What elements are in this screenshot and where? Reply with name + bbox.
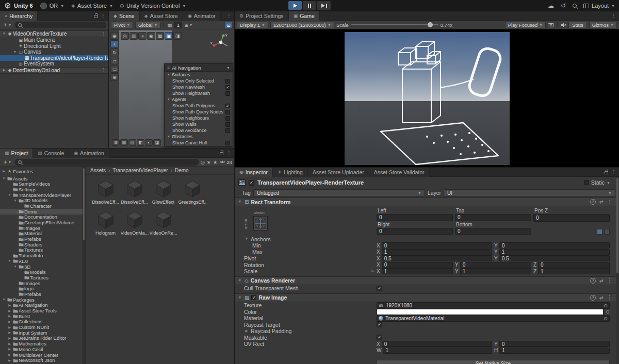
search-icon[interactable] xyxy=(573,4,577,8)
number-input[interactable]: 0 xyxy=(377,228,453,235)
kebab-menu-icon[interactable]: ⋮ xyxy=(611,13,616,19)
project-tree-item[interactable]: ▼v1.0 xyxy=(0,258,85,264)
foldout-arrow-icon[interactable]: ▶ xyxy=(2,170,6,173)
axis-toggle-icon[interactable]: ⊞ xyxy=(112,139,120,146)
nav-menu-item[interactable]: Show Path Query Nodes xyxy=(165,109,233,115)
foldout-arrow-icon[interactable]: ▼ xyxy=(13,265,18,268)
project-tree-item[interactable]: ▶Multiplayer Center xyxy=(0,352,85,358)
cloud-icon[interactable]: ☁ xyxy=(548,3,554,9)
breadcrumb-item[interactable]: Demo xyxy=(175,168,189,173)
pause-button[interactable] xyxy=(303,1,316,10)
number-input[interactable]: 0 xyxy=(499,341,610,347)
hidden-packages-button[interactable]: 24 xyxy=(219,159,232,165)
nav-menu-item[interactable]: Show Neighbours xyxy=(165,115,233,121)
number-input[interactable]: 0 xyxy=(533,214,610,222)
help-icon[interactable]: ? xyxy=(590,278,596,284)
checkbox[interactable]: ✓ xyxy=(225,85,230,90)
nav-menu-item[interactable]: Show HeightMesh xyxy=(165,90,233,96)
project-tree-item[interactable]: ▶Mathematics xyxy=(0,341,85,346)
handle-orientation-dropdown[interactable]: Global▼ xyxy=(135,22,160,28)
wireframe-mode-icon[interactable]: ▤ xyxy=(128,139,136,146)
constrain-proportions-icon[interactable]: ∞ xyxy=(371,269,374,274)
snap-toggle-icon[interactable]: ▣ xyxy=(165,32,173,40)
kebab-menu-icon[interactable]: ⋮ xyxy=(226,13,232,19)
asset-item[interactable]: VideoOnRe... xyxy=(149,209,177,236)
foldout-arrow-icon[interactable]: ▶ xyxy=(7,337,12,340)
foldout-arrow-icon[interactable]: ▼ xyxy=(2,298,6,301)
asset-item[interactable]: DissolveEff... xyxy=(120,178,149,205)
project-tree-item[interactable]: Shaders xyxy=(0,242,85,247)
nav-menu-item[interactable]: Show Avoidance xyxy=(165,127,233,134)
foldout-arrow-icon[interactable]: ▶ xyxy=(7,326,12,329)
kebab-menu-icon[interactable]: ⋮ xyxy=(611,170,616,175)
anchors-foldout-row[interactable]: ▼ Anchors xyxy=(235,236,619,242)
project-tree-item[interactable]: ▼Assets xyxy=(0,176,85,181)
number-input[interactable]: 1 xyxy=(499,348,610,354)
move-tool-icon[interactable]: + xyxy=(110,40,119,48)
checkbox[interactable] xyxy=(225,110,230,114)
breadcrumb-item[interactable]: Assets xyxy=(90,168,106,173)
checkbox[interactable] xyxy=(225,116,230,121)
camera-overlay-icon[interactable]: ◨ xyxy=(173,32,182,40)
foldout-arrow-icon[interactable]: ▼ xyxy=(237,200,242,204)
number-input[interactable]: 0 xyxy=(538,262,610,268)
kebab-menu-icon[interactable]: ⋮ xyxy=(226,151,232,156)
number-input[interactable]: 0 xyxy=(455,228,531,235)
project-tree-item[interactable]: ▼Packages xyxy=(0,297,85,303)
filter-by-label-icon[interactable]: ∗ xyxy=(207,159,211,165)
cull-transparent-mesh-checkbox[interactable]: ✓ xyxy=(377,286,382,291)
project-tree-item[interactable]: logo xyxy=(0,286,85,291)
object-picker-icon[interactable]: ⊙ xyxy=(604,316,608,321)
raycast-padding-row[interactable]: ▶ Raycast Padding xyxy=(235,328,619,334)
project-tree-item[interactable]: ▼3D xyxy=(0,264,85,270)
tab-game[interactable]: ▣Game xyxy=(289,11,320,21)
project-tree-item[interactable]: Textures xyxy=(0,275,85,280)
project-tree-item[interactable]: ▼3D Models xyxy=(0,197,85,203)
nav-menu-item[interactable]: Show Path Polygons✓ xyxy=(165,103,233,109)
tab-animation[interactable]: ◉Animation xyxy=(69,148,109,158)
project-tree-item[interactable]: ▶★Favorites xyxy=(0,169,85,174)
asset-store-button[interactable]: ◈ Asset Store ▼ xyxy=(71,3,113,9)
kebab-menu-icon[interactable]: ⋮ xyxy=(607,278,612,283)
lock-icon[interactable] xyxy=(94,15,97,18)
project-tree-item[interactable]: Settings xyxy=(0,187,85,192)
checkbox[interactable] xyxy=(225,141,230,145)
tag-dropdown[interactable]: Untagged▼ xyxy=(253,189,425,196)
hierarchy-scene-row[interactable]: ▼◆VideoOnRenderTexture⋮ xyxy=(0,30,108,37)
nav-menu-item[interactable]: Show Carve Hull xyxy=(165,140,233,146)
material-object-field[interactable]: TransparentVideoMaterial ⊙ xyxy=(377,315,610,322)
overlay-menu-icon[interactable]: ◎ xyxy=(121,32,129,40)
number-input[interactable]: 0.5 xyxy=(382,255,492,261)
active-checkbox[interactable]: ✓ xyxy=(249,180,254,186)
checkbox[interactable] xyxy=(225,128,230,133)
nav-menu-item[interactable]: Show Walls xyxy=(165,121,233,127)
checkbox[interactable] xyxy=(225,91,230,96)
grid-toggle-icon[interactable]: ▦ xyxy=(156,32,164,40)
mute-audio-icon[interactable] xyxy=(561,23,566,27)
rect-tool-icon[interactable]: ▭ xyxy=(110,65,119,73)
snap-settings-icon[interactable]: ⊞▼ xyxy=(184,22,192,28)
help-icon[interactable]: ? xyxy=(590,199,596,205)
foldout-arrow-icon[interactable]: ▼ xyxy=(237,279,242,283)
canvas-renderer-header[interactable]: ▼ ◇ Canvas Renderer ? ⇄ ⋮ xyxy=(235,276,619,285)
project-tree-item[interactable]: ▶Asset Store Tools xyxy=(0,308,85,313)
number-input[interactable]: 0 xyxy=(377,214,453,221)
gizmos-toggle-icon[interactable]: ◪ xyxy=(153,139,161,146)
maskable-checkbox[interactable]: ✓ xyxy=(377,335,382,340)
create-menu-button[interactable]: +▼ xyxy=(2,159,13,165)
checkbox[interactable]: ✓ xyxy=(225,104,230,108)
eyedropper-icon[interactable]: ⊙ xyxy=(606,309,610,315)
scrollbar[interactable] xyxy=(616,177,619,364)
kebab-menu-icon[interactable]: ⋮ xyxy=(101,13,106,19)
scale-tool-icon[interactable]: ▱ xyxy=(110,57,119,64)
number-input[interactable]: 1 xyxy=(460,268,531,274)
anchor-presets-button[interactable] xyxy=(253,216,268,230)
lock-icon[interactable] xyxy=(605,171,608,174)
nav-menu-item[interactable]: Show Only Selected xyxy=(165,78,233,84)
tab-scene[interactable]: ◆Scene xyxy=(109,11,140,21)
project-tree-item[interactable]: ▶Mono Cecil xyxy=(0,346,85,352)
kebab-menu-icon[interactable]: ⋮ xyxy=(101,68,106,73)
texture-object-field[interactable]: 1920X1080 ⊙ xyxy=(377,302,610,309)
tab-animator[interactable]: ◉Animator xyxy=(183,11,221,21)
project-search-input[interactable] xyxy=(15,159,198,166)
